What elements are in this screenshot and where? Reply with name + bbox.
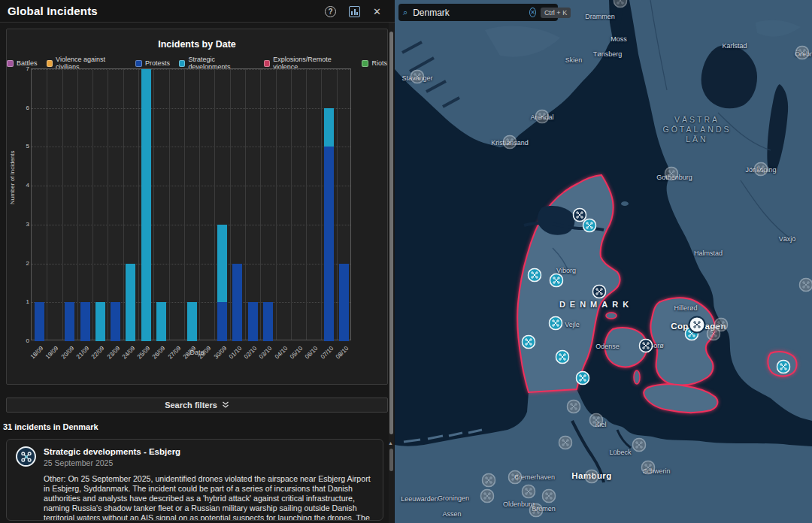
drone-icon: [535, 110, 550, 124]
incident-marker-faded[interactable]: [585, 470, 599, 487]
drone-icon: [639, 339, 653, 353]
bar-segment[interactable]: [80, 302, 90, 341]
gridline: [291, 69, 292, 340]
incident-marker-teal[interactable]: [576, 371, 590, 388]
bar-segment[interactable]: [217, 302, 227, 341]
incident-marker-faded[interactable]: [411, 70, 425, 87]
incident-marker-teal[interactable]: [550, 274, 564, 291]
drone-icon: [641, 461, 656, 475]
legend-label: Riots: [371, 59, 387, 67]
incident-description: Other: On 25 September 2025, unidentifie…: [44, 474, 374, 521]
incident-marker-faded[interactable]: [503, 135, 517, 153]
incident-marker-faded[interactable]: [707, 327, 721, 344]
bar-segment[interactable]: [35, 302, 44, 341]
incident-marker-white[interactable]: [688, 316, 706, 337]
legend-swatch-icon: [264, 60, 271, 67]
drone-icon: [482, 473, 496, 488]
incident-marker-faded[interactable]: [529, 503, 544, 521]
bar-segment[interactable]: [339, 264, 349, 341]
incident-marker-faded[interactable]: [535, 110, 550, 127]
gridline: [184, 69, 185, 340]
incident-marker-faded[interactable]: [522, 485, 536, 502]
incident-marker-faded[interactable]: [614, 0, 628, 11]
close-icon[interactable]: ✕: [373, 7, 381, 17]
incident-marker-faded[interactable]: [480, 489, 495, 506]
legend-item[interactable]: Riots: [362, 56, 387, 71]
search-filters-label: Search filters: [165, 401, 217, 410]
gridline: [138, 69, 139, 340]
gridline: [77, 69, 78, 340]
incident-marker-faded[interactable]: [641, 461, 656, 478]
incident-marker-teal[interactable]: [777, 360, 791, 377]
bar-segment[interactable]: [232, 264, 242, 341]
incident-marker-teal[interactable]: [522, 335, 536, 352]
incident-marker-faded[interactable]: [482, 473, 496, 491]
help-icon[interactable]: ?: [325, 6, 336, 17]
gridline: [32, 186, 350, 186]
drone-icon: [614, 0, 628, 8]
drone-icon: [583, 219, 597, 233]
bar-segment[interactable]: [248, 302, 258, 341]
incident-marker-faded[interactable]: [754, 162, 768, 180]
incident-marker-faded[interactable]: [559, 436, 573, 453]
panel-scrollbar-thumb[interactable]: [389, 32, 393, 434]
bar-segment[interactable]: [111, 302, 120, 341]
drone-icon: [754, 162, 768, 177]
list-scroll-up-icon[interactable]: ▲: [388, 440, 393, 446]
incident-marker-faded[interactable]: [589, 413, 604, 431]
gridline: [123, 69, 124, 340]
chart-report-icon[interactable]: [349, 6, 360, 17]
gridline: [169, 69, 170, 340]
incident-marker-faded[interactable]: [567, 400, 581, 417]
incident-marker-faded[interactable]: [542, 489, 556, 506]
list-scrollbar-thumb[interactable]: [389, 449, 393, 471]
incident-marker-teal[interactable]: [549, 316, 563, 334]
bar-segment[interactable]: [187, 302, 197, 341]
bar-segment[interactable]: [126, 264, 135, 341]
bar-segment[interactable]: [324, 108, 334, 147]
incident-marker-teal[interactable]: [528, 268, 542, 286]
drone-icon: [576, 371, 590, 385]
gridline: [214, 69, 215, 340]
map-base-layer: [395, 0, 812, 523]
gridline: [321, 69, 322, 340]
incident-card[interactable]: Strategic developments - Esbjerg 25 Sept…: [6, 439, 383, 521]
bar-segment[interactable]: [141, 69, 151, 341]
map[interactable]: DrammenMossTønsbergSkienStavangerArendal…: [395, 0, 812, 523]
gridline: [32, 264, 350, 265]
clear-search-icon[interactable]: ✕: [529, 8, 536, 17]
keyboard-shortcut-badge[interactable]: Ctrl + K: [541, 8, 571, 18]
panel-header: Global Incidents ? ✕: [0, 0, 395, 23]
drone-icon: [16, 446, 36, 467]
incident-marker-dark[interactable]: [639, 339, 653, 356]
incident-marker-teal[interactable]: [556, 350, 570, 367]
bar-segment[interactable]: [324, 147, 334, 341]
legend-swatch-icon: [47, 60, 53, 67]
search-filters-button[interactable]: Search filters: [6, 398, 388, 413]
incident-title-block: Strategic developments - Esbjerg 25 Sept…: [44, 446, 180, 467]
bar-segment[interactable]: [263, 302, 273, 341]
bar-segment[interactable]: [217, 225, 227, 302]
incident-marker-dark[interactable]: [592, 285, 607, 302]
gridline: [153, 69, 154, 340]
drone-icon: [707, 327, 721, 341]
gridline: [337, 69, 338, 340]
incident-marker-faded[interactable]: [795, 46, 810, 63]
gridline: [245, 69, 246, 340]
drone-icon: [529, 503, 544, 518]
chart-plot-area: [31, 68, 351, 340]
search-input[interactable]: [413, 8, 529, 18]
drone-icon: [528, 268, 542, 283]
bar-segment[interactable]: [65, 302, 74, 341]
incident-marker-faded[interactable]: [632, 438, 647, 455]
incident-marker-faded[interactable]: [799, 278, 812, 295]
bar-segment[interactable]: [95, 302, 105, 341]
incident-marker-faded[interactable]: [665, 167, 679, 184]
search-icon: ⌕: [403, 8, 408, 17]
incident-marker-faded[interactable]: [508, 470, 523, 488]
y-tick-label: 0: [10, 337, 29, 344]
drone-icon: [665, 167, 679, 181]
incident-marker-teal[interactable]: [583, 219, 597, 236]
bar-segment[interactable]: [156, 302, 166, 341]
map-search-bar[interactable]: ⌕ ✕ Ctrl + K: [398, 4, 558, 21]
